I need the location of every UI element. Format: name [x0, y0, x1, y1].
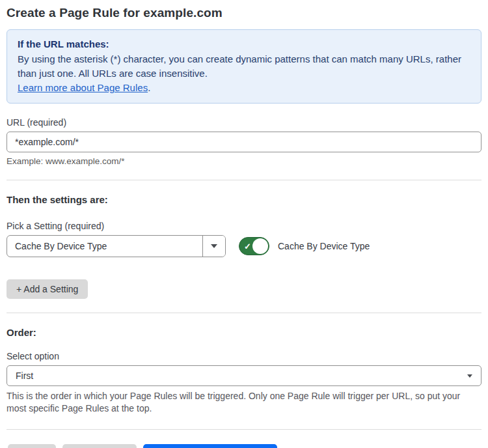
toggle-label: Cache By Device Type: [278, 241, 370, 251]
url-match-info-callout: If the URL matches: By using the asteris…: [7, 29, 481, 104]
order-select[interactable]: First: [7, 365, 481, 386]
link-period: .: [148, 82, 150, 93]
url-field-label: URL (required): [7, 117, 481, 128]
order-helper-text: This is the order in which your Page Rul…: [7, 390, 475, 415]
chevron-down-icon: [211, 244, 217, 248]
pick-setting-label: Pick a Setting (required): [7, 221, 481, 231]
cache-by-device-type-toggle[interactable]: ✓: [239, 237, 269, 255]
setting-select-value: Cache By Device Type: [7, 236, 202, 257]
check-icon: ✓: [244, 242, 251, 251]
save-as-draft-button[interactable]: Save as Draft: [62, 444, 137, 448]
learn-more-page-rules-link[interactable]: Learn more about Page Rules: [18, 82, 148, 93]
cancel-button[interactable]: Cancel: [8, 444, 56, 448]
page-title: Create a Page Rule for example.com: [7, 6, 481, 20]
toggle-knob: [252, 238, 268, 254]
footer-actions: Cancel Save as Draft Save and Deploy Pag…: [7, 444, 481, 448]
info-callout-link-line: Learn more about Page Rules.: [18, 81, 470, 95]
settings-section-heading: Then the settings are:: [7, 194, 481, 205]
order-select-value: First: [16, 371, 467, 381]
add-setting-button[interactable]: + Add a Setting: [7, 279, 88, 299]
section-divider: [7, 313, 481, 313]
setting-select-arrow-button[interactable]: [202, 236, 225, 257]
order-select-label: Select option: [7, 351, 481, 361]
chevron-down-icon: [467, 374, 472, 378]
section-divider: [7, 180, 481, 180]
url-input[interactable]: [7, 132, 481, 152]
save-and-deploy-button[interactable]: Save and Deploy Page Rule: [143, 444, 277, 448]
setting-row: Cache By Device Type ✓ Cache By Device T…: [7, 235, 481, 257]
info-callout-heading: If the URL matches:: [18, 37, 470, 51]
footer-divider: [7, 429, 481, 430]
setting-select[interactable]: Cache By Device Type: [7, 235, 226, 257]
info-callout-body: By using the asterisk (*) character, you…: [18, 52, 470, 81]
order-section-heading: Order:: [7, 327, 481, 338]
url-example-helper: Example: www.example.com/*: [7, 156, 481, 166]
